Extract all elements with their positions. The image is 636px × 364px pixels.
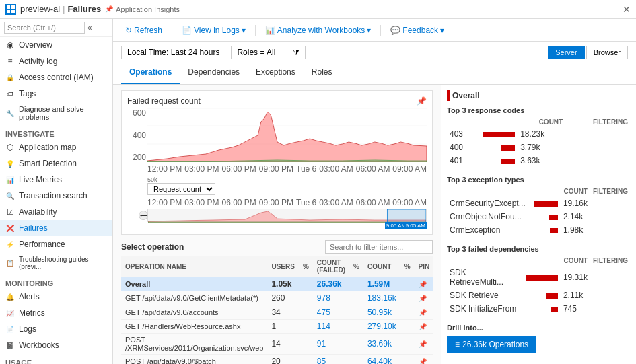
response-code-row: 403 18.23k	[447, 127, 631, 141]
failed-dep-row: SDK RetrieveMulti... 19.31k	[447, 266, 631, 289]
exception-type-row: CrmObjectNotFou... 2.14k	[447, 210, 631, 223]
sidebar-item-overview[interactable]: ◉ Overview	[0, 37, 112, 53]
table-header-row: OPERATION NAME USERS % COUNT (FAILED) % …	[121, 256, 433, 277]
sidebar-item-label: Application map	[19, 143, 76, 152]
op-pin[interactable]: 📌	[415, 334, 434, 355]
roles-filter[interactable]: Roles = All	[231, 46, 281, 59]
chevron-down-icon: ▾	[367, 26, 371, 35]
sidebar-item-workbooks[interactable]: 📓 Workbooks	[0, 337, 112, 353]
op-users-pct	[299, 320, 313, 334]
drill-operations-button[interactable]: ≡ 26.36k Operations	[447, 336, 536, 353]
response-codes-title: Top 3 response codes	[447, 106, 631, 114]
op-name: GET /Handlers/WebResource.ashx	[121, 320, 267, 334]
fd-bar	[551, 307, 558, 312]
alerts-icon: 🔔	[5, 292, 15, 301]
sidebar-item-iam[interactable]: 🔒 Access control (IAM)	[0, 69, 112, 85]
pin-icon[interactable]: 📌	[419, 309, 427, 316]
tab-dependencies[interactable]: Dependencies	[180, 63, 248, 84]
col-operation-name: OPERATION NAME	[121, 256, 267, 277]
overall-header: Overall	[447, 90, 631, 101]
op-count: 183.16k	[363, 291, 400, 305]
fd-name: SDK InitializeFrom	[447, 302, 520, 316]
chart-type-select[interactable]: Request count	[147, 183, 215, 195]
sidebar-item-label: Smart Detection	[19, 159, 77, 168]
table-row[interactable]: GET /api/data/v9.0/GetClientMetadata(*) …	[121, 291, 433, 305]
sidebar-item-metrics[interactable]: 📈 Metrics	[0, 305, 112, 321]
minimap-chart	[148, 209, 426, 223]
op-pin[interactable]: 📌	[415, 305, 434, 320]
pin-icon[interactable]: 📌	[419, 358, 427, 364]
collapse-icon[interactable]: «	[87, 23, 92, 32]
pin-icon[interactable]: 📌	[419, 323, 427, 330]
tab-operations[interactable]: Operations	[121, 63, 180, 84]
sidebar-item-troubleshooting[interactable]: 📋 Troubleshooting guides (previ...	[0, 252, 112, 274]
sidebar-item-activitylog[interactable]: ≡ Activity log	[0, 53, 112, 69]
sidebar-item-availability[interactable]: ☑ Availability	[0, 204, 112, 220]
feedback-button[interactable]: 💬 Feedback ▾	[386, 24, 448, 37]
pin-icon[interactable]: 📌	[105, 5, 113, 13]
sidebar-item-livemetrics[interactable]: 📊 Live Metrics	[0, 172, 112, 188]
et-name: CrmSecurityExcept...	[447, 196, 528, 210]
sidebar-item-performance[interactable]: ⚡ Performance	[0, 236, 112, 252]
fd-count: 19.31k	[561, 266, 590, 289]
server-button[interactable]: Server	[548, 46, 584, 59]
pin-icon[interactable]: 📌	[419, 295, 427, 302]
sidebar-item-smartdetection[interactable]: 💡 Smart Detection	[0, 155, 112, 172]
op-users-pct	[299, 291, 313, 305]
op-count-failed: 91	[313, 334, 349, 355]
pin-icon[interactable]: 📌	[419, 340, 427, 348]
filtering-header: FILTERING	[590, 186, 631, 196]
sidebar-item-alerts[interactable]: 🔔 Alerts	[0, 289, 112, 305]
table-row[interactable]: POST /XRMServices/2011/Organization.svc/…	[121, 334, 433, 355]
funnel-icon: ⧩	[293, 48, 299, 57]
sidebar-item-label: Live Metrics	[19, 175, 62, 184]
sidebar-item-failures[interactable]: ❌ Failures	[0, 220, 112, 236]
rc-count: 18.23k	[518, 127, 565, 141]
op-name: Overall	[121, 277, 267, 291]
op-pin[interactable]: 📌	[415, 277, 434, 291]
filter-input[interactable]	[325, 240, 433, 254]
pin-icon[interactable]: 📌	[419, 281, 427, 288]
separator	[172, 25, 172, 36]
pin-chart-icon[interactable]: 📌	[417, 96, 427, 106]
roles-label: Roles = All	[237, 48, 275, 57]
op-users: 14	[267, 334, 298, 355]
table-row[interactable]: GET /api/data/v9.0/accounts 34 475 50.95…	[121, 305, 433, 320]
op-pin[interactable]: 📌	[415, 355, 434, 365]
op-users-pct	[299, 355, 313, 365]
svg-rect-0	[7, 5, 10, 9]
refresh-button[interactable]: ↻ Refresh	[121, 24, 166, 37]
view-in-logs-button[interactable]: 📄 View in Logs ▾	[178, 24, 250, 37]
time-range-filter[interactable]: Local Time: Last 24 hours	[121, 46, 225, 59]
op-pin[interactable]: 📌	[415, 320, 434, 334]
browser-button[interactable]: Browser	[586, 46, 628, 59]
fd-count: 2.11k	[561, 289, 590, 302]
failed-dep-row: SDK InitializeFrom 745	[447, 302, 631, 316]
tags-icon: 🏷	[5, 89, 15, 98]
analyze-button[interactable]: 📊 Analyze with Workbooks ▾	[261, 24, 376, 37]
tab-exceptions[interactable]: Exceptions	[248, 63, 304, 84]
failed-deps-section: Top 3 failed dependencies COUNT FILTERIN…	[447, 245, 631, 316]
op-failed-pct	[349, 320, 363, 334]
sidebar-item-transactionsearch[interactable]: 🔍 Transaction search	[0, 188, 112, 204]
drill-btn-label: 26.36k Operations	[462, 340, 528, 349]
search-input[interactable]	[4, 22, 85, 34]
fd-bar	[526, 275, 558, 281]
table-row[interactable]: POST /api/data/v9.0/$batch 20 85 64.40k …	[121, 355, 433, 365]
table-row[interactable]: Overall 1.05k 26.36k 1.59M 📌	[121, 277, 433, 291]
drill-section: Drill into... ≡ 26.36k Operations	[447, 324, 631, 353]
operations-section: Select operation OPERATION NAME USERS % …	[121, 240, 433, 364]
sidebar-item-appmap[interactable]: ⬡ Application map	[0, 139, 112, 155]
table-row[interactable]: GET /Handlers/WebResource.ashx 1 114 279…	[121, 320, 433, 334]
minimap-nav[interactable]: ⟵	[139, 211, 148, 220]
funnel-filter[interactable]: ⧩	[287, 46, 306, 59]
activitylog-icon: ≡	[5, 57, 15, 66]
sidebar-item-logs[interactable]: 📄 Logs	[0, 321, 112, 337]
sidebar-item-diagnose[interactable]: 🔧 Diagnose and solve problems	[0, 102, 112, 124]
count-header: COUNT	[518, 117, 565, 127]
op-count-pct	[400, 277, 415, 291]
close-icon[interactable]: ✕	[623, 4, 631, 15]
tab-roles[interactable]: Roles	[304, 63, 341, 84]
op-pin[interactable]: 📌	[415, 291, 434, 305]
sidebar-item-tags[interactable]: 🏷 Tags	[0, 85, 112, 102]
